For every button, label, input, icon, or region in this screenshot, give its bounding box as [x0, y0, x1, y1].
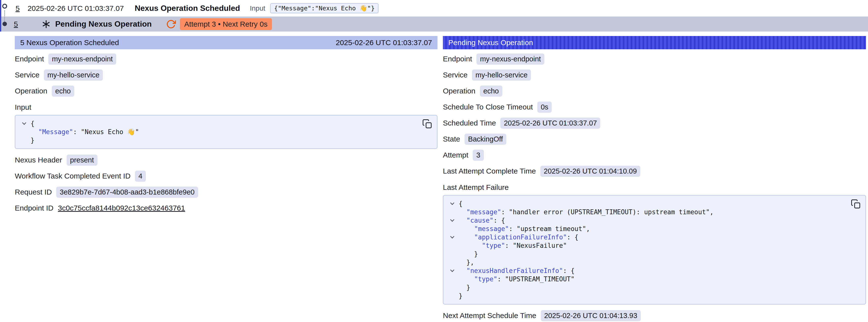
code-gutter	[446, 258, 459, 266]
detail-value-chip: 3e829b7e-7d67-4b08-aad3-b1e868bfe9e0	[56, 187, 198, 198]
detail-value-chip: my-hello-service	[44, 69, 103, 80]
code-line: {	[18, 119, 413, 128]
pending-fields-top: Endpointmy-nexus-endpointServicemy-hello…	[443, 53, 866, 177]
detail-value-chip: 2025-02-26 UTC 01:04:10.09	[540, 166, 640, 177]
collapse-chevron-icon[interactable]	[22, 121, 26, 125]
pending-operation-panel: Pending Nexus Operation Endpointmy-nexus…	[443, 36, 866, 322]
code-line: }	[446, 283, 842, 292]
code-text: "applicationFailureInfo": {	[459, 233, 578, 242]
panel-timestamp: 2025-02-26 UTC 01:03:37.07	[336, 38, 432, 47]
collapse-chevron-icon[interactable]	[450, 218, 455, 222]
code-line: "message": "upstream timeout",	[446, 225, 842, 233]
detail-label: Service	[15, 71, 39, 79]
detail-row-scheduled-time: Scheduled Time2025-02-26 UTC 01:03:37.07	[443, 117, 866, 129]
code-gutter	[446, 225, 459, 233]
input-json-block: { "Message": "Nexus Echo 👋"}	[15, 115, 437, 149]
code-gutter	[446, 208, 459, 216]
attempt-retry-badge: Attempt 3 • Next Retry 0s	[180, 18, 272, 30]
code-line: }	[446, 292, 842, 300]
code-text: "message": "handler error (UPSTREAM_TIME…	[459, 208, 714, 216]
detail-value-chip: my-hello-service	[472, 69, 531, 80]
code-gutter	[18, 136, 31, 144]
detail-label: Operation	[443, 87, 475, 95]
code-gutter	[446, 292, 459, 300]
detail-row-last-attempt-complete-time: Last Attempt Complete Time2025-02-26 UTC…	[443, 165, 866, 177]
code-text: "type": "UPSTREAM_TIMEOUT"	[459, 275, 575, 283]
detail-label: Endpoint	[443, 55, 472, 63]
code-gutter	[446, 250, 459, 258]
scheduled-fields-bottom: Nexus HeaderpresentWorkflow Task Complet…	[15, 154, 437, 214]
timeline-open-circle-icon	[2, 4, 7, 9]
code-gutter	[446, 233, 459, 242]
detail-row-service: Servicemy-hello-service	[15, 69, 437, 81]
detail-row-endpoint: Endpointmy-nexus-endpoint	[15, 53, 437, 65]
code-gutter	[446, 199, 459, 208]
code-text: "Message": "Nexus Echo 👋"	[31, 128, 139, 136]
code-text: }	[459, 250, 478, 258]
code-text: "cause": {	[459, 216, 505, 225]
detail-value-chip: 0s	[537, 102, 552, 113]
detail-label: Endpoint	[15, 55, 44, 63]
copy-button[interactable]	[851, 199, 861, 209]
detail-row-service: Servicemy-hello-service	[443, 69, 866, 81]
detail-value-chip: 2025-02-26 UTC 01:04:13.93	[541, 310, 641, 321]
code-text: },	[459, 258, 474, 266]
detail-value-chip: echo	[52, 86, 74, 97]
copy-icon	[851, 199, 861, 209]
detail-label: Operation	[15, 87, 48, 95]
active-event-group-bar	[0, 0, 1, 32]
code-text: }	[459, 283, 470, 292]
detail-label: Endpoint ID	[15, 204, 54, 212]
code-text: {	[459, 199, 463, 208]
collapse-chevron-icon[interactable]	[450, 201, 455, 205]
copy-button[interactable]	[422, 119, 433, 129]
code-line: }	[18, 136, 413, 144]
retry-refresh-icon	[166, 19, 176, 29]
code-line: "type": "NexusFailure"	[446, 242, 842, 250]
failure-section-label: Last Attempt Failure	[443, 183, 866, 192]
event-id-link[interactable]: 5	[14, 20, 18, 28]
event-row-nexus-operation-scheduled[interactable]: 5 2025-02-26 UTC 01:03:37.07 Nexus Opera…	[0, 0, 868, 17]
detail-label: Request ID	[15, 188, 52, 196]
code-line: "message": "handler error (UPSTREAM_TIME…	[446, 208, 842, 216]
detail-label: Schedule To Close Timeout	[443, 103, 533, 111]
input-inline-label: Input	[250, 4, 265, 12]
detail-label: Service	[443, 71, 468, 79]
detail-row-operation: Operationecho	[15, 85, 437, 97]
detail-label: Attempt	[443, 151, 468, 159]
detail-value-chip: my-nexus-endpoint	[476, 54, 544, 65]
detail-value-chip: 3	[473, 150, 484, 161]
code-gutter	[446, 266, 459, 275]
event-title: Nexus Operation Scheduled	[135, 4, 240, 13]
code-gutter	[446, 275, 459, 283]
detail-value-chip: echo	[480, 86, 502, 97]
event-id-link[interactable]: 5	[16, 4, 20, 12]
event-row-pending-nexus-operation[interactable]: 5 Pending Nexus Operation Attempt 3 • Ne…	[0, 17, 868, 32]
code-text: {	[31, 119, 35, 128]
detail-row-schedule-to-close-timeout: Schedule To Close Timeout0s	[443, 101, 866, 113]
collapse-chevron-icon[interactable]	[450, 268, 455, 272]
timeline-filled-dot-icon	[2, 22, 7, 26]
failure-json-block: { "message": "handler error (UPSTREAM_TI…	[443, 195, 866, 304]
copy-icon	[422, 119, 433, 129]
event-title: Pending Nexus Operation	[55, 20, 152, 29]
detail-label: Scheduled Time	[443, 119, 496, 127]
detail-label: Last Attempt Complete Time	[443, 167, 536, 175]
detail-row-attempt: Attempt3	[443, 149, 866, 161]
collapse-chevron-icon[interactable]	[450, 234, 455, 239]
code-text: }	[459, 292, 463, 300]
input-section-label: Input	[15, 103, 437, 111]
event-timestamp: 2025-02-26 UTC 01:03:37.07	[28, 4, 124, 12]
detail-label: State	[443, 135, 460, 143]
detail-label: Workflow Task Completed Event ID	[15, 172, 130, 180]
code-gutter	[18, 128, 31, 136]
detail-value-chip: 2025-02-26 UTC 01:03:37.07	[500, 118, 600, 129]
detail-row-nexus-header: Nexus Headerpresent	[15, 154, 437, 166]
scheduled-panel-header: 5 Nexus Operation Scheduled 2025-02-26 U…	[15, 36, 437, 49]
code-line: "nexusHandlerFailureInfo": {	[446, 266, 842, 275]
timeline-dashed-connector	[4, 10, 5, 22]
code-gutter	[446, 242, 459, 250]
code-line: {	[446, 199, 842, 208]
detail-value-link[interactable]: 3c0c75ccfa8144b092c13ce632463761	[58, 204, 185, 212]
code-text: "nexusHandlerFailureInfo": {	[459, 266, 575, 275]
